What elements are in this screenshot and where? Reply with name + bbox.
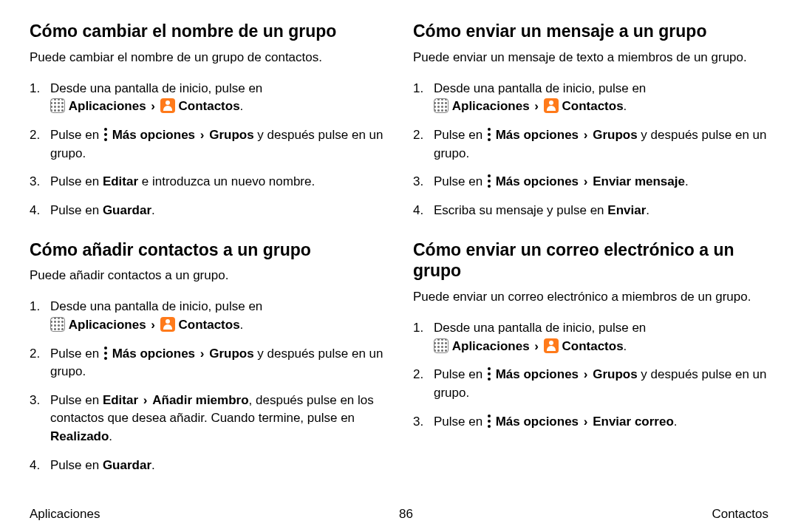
right-column: Cómo enviar un mensaje a un grupo Puede …: [413, 21, 768, 501]
chevron-icon: ›: [142, 393, 149, 407]
section-send-message: Cómo enviar un mensaje a un grupo Puede …: [413, 21, 768, 220]
chevron-icon: ›: [199, 347, 206, 361]
heading: Cómo enviar un correo electrónico a un g…: [413, 239, 768, 282]
list-item: Pulse en Guardar.: [30, 457, 385, 475]
apps-icon: [50, 98, 65, 113]
chevron-icon: ›: [533, 339, 540, 353]
chevron-icon: ›: [149, 99, 157, 113]
apps-icon: [434, 98, 449, 113]
contacts-icon: [544, 338, 559, 353]
list-item: Pulse en Más opciones › Grupos y después…: [413, 126, 768, 163]
more-icon: [486, 415, 492, 428]
chevron-icon: ›: [533, 99, 540, 113]
section-send-email: Cómo enviar un correo electrónico a un g…: [413, 239, 768, 432]
list-item: Desde una pantalla de inicio, pulse en A…: [30, 80, 385, 116]
step-list: Desde una pantalla de inicio, pulse en A…: [30, 80, 385, 220]
chevron-icon: ›: [199, 128, 206, 142]
intro-text: Puede enviar un correo electrónico a mie…: [413, 289, 768, 306]
list-item: Desde una pantalla de inicio, pulse en A…: [30, 298, 385, 334]
contacts-icon: [160, 317, 175, 332]
chevron-icon: ›: [582, 128, 590, 142]
more-icon: [486, 174, 492, 188]
heading: Cómo cambiar el nombre de un grupo: [30, 21, 385, 42]
contacts-label: Contactos: [178, 99, 239, 113]
chevron-icon: ›: [582, 367, 590, 381]
intro-text: Puede añadir contactos a un grupo.: [30, 267, 385, 284]
intro-text: Puede cambiar el nombre de un grupo de c…: [30, 50, 385, 66]
step-list: Desde una pantalla de inicio, pulse en A…: [413, 319, 768, 431]
contacts-icon: [160, 98, 175, 113]
apps-icon: [434, 338, 449, 353]
list-item: Pulse en Editar › Añadir miembro, despué…: [30, 392, 385, 446]
step-list: Desde una pantalla de inicio, pulse en A…: [413, 80, 768, 220]
footer-right: Contactos: [712, 507, 768, 522]
list-item: Pulse en Más opciones › Grupos y después…: [413, 366, 768, 402]
heading: Cómo enviar un mensaje a un grupo: [413, 21, 768, 42]
page-footer: Aplicaciones 86 Contactos: [30, 501, 768, 522]
list-item: Pulse en Guardar.: [30, 202, 385, 220]
chevron-icon: ›: [149, 318, 157, 332]
more-icon: [103, 128, 109, 141]
list-item: Pulse en Más opciones › Enviar correo.: [413, 413, 768, 432]
chevron-icon: ›: [582, 174, 590, 188]
more-icon: [103, 347, 109, 360]
apps-icon: [50, 317, 65, 332]
list-item: Desde una pantalla de inicio, pulse en A…: [413, 319, 768, 355]
left-column: Cómo cambiar el nombre de un grupo Puede…: [30, 21, 385, 501]
list-item: Pulse en Más opciones › Enviar mensaje.: [413, 173, 768, 191]
footer-page-number: 86: [399, 507, 413, 522]
apps-label: Aplicaciones: [69, 99, 146, 113]
more-icon: [486, 128, 492, 141]
section-add-contacts: Cómo añadir contactos a un grupo Puede a…: [30, 239, 385, 475]
list-item: Escriba su mensaje y pulse en Enviar.: [413, 202, 768, 220]
chevron-icon: ›: [582, 415, 590, 429]
list-item: Desde una pantalla de inicio, pulse en A…: [413, 80, 768, 116]
contacts-icon: [544, 98, 559, 113]
section-rename-group: Cómo cambiar el nombre de un grupo Puede…: [30, 21, 385, 220]
step-list: Desde una pantalla de inicio, pulse en A…: [30, 298, 385, 474]
heading: Cómo añadir contactos a un grupo: [30, 239, 385, 261]
more-icon: [486, 367, 492, 381]
intro-text: Puede enviar un mensaje de texto a miemb…: [413, 50, 768, 66]
list-item: Pulse en Editar e introduzca un nuevo no…: [30, 173, 385, 191]
footer-left: Aplicaciones: [30, 507, 100, 522]
list-item: Pulse en Más opciones › Grupos y después…: [30, 345, 385, 381]
list-item: Pulse en Más opciones › Grupos y después…: [30, 126, 385, 163]
page-content: Cómo cambiar el nombre de un grupo Puede…: [30, 21, 768, 501]
